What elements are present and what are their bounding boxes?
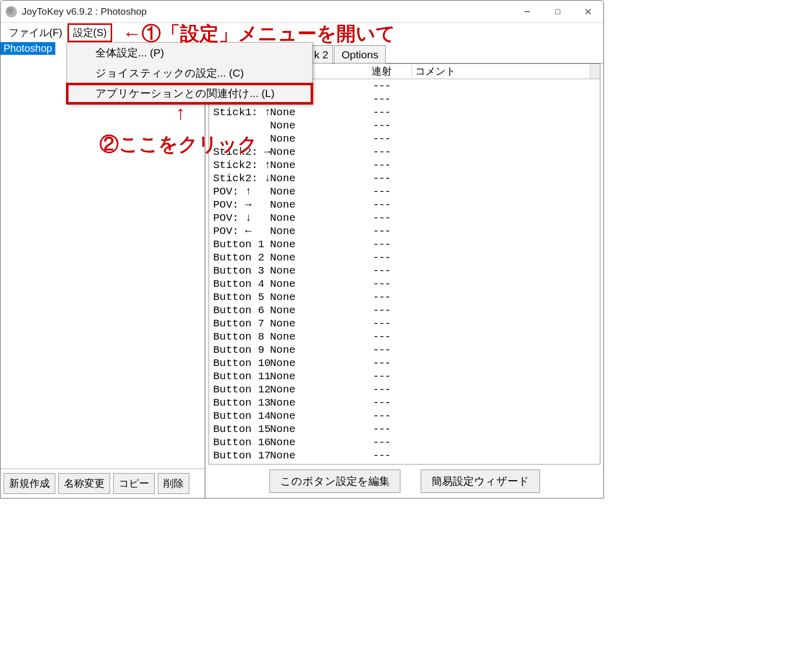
cell-rapidfire: --- bbox=[351, 173, 412, 184]
new-profile-button[interactable]: 新規作成 bbox=[4, 473, 55, 494]
table-row[interactable]: Button 1None--- bbox=[209, 238, 600, 251]
cell-rapidfire: --- bbox=[351, 331, 412, 343]
cell-button: POV: ↑ bbox=[209, 186, 270, 197]
table-row[interactable]: Button 17None--- bbox=[209, 449, 600, 462]
table-row[interactable]: Stick2: →None--- bbox=[209, 145, 600, 158]
cell-rapidfire: --- bbox=[351, 146, 412, 158]
cell-button: Stick2: ↑ bbox=[209, 159, 270, 171]
table-row[interactable]: Button 8None--- bbox=[209, 330, 600, 343]
table-row[interactable]: Button 3None--- bbox=[209, 264, 600, 277]
tab-joystick2-partial[interactable]: k 2 bbox=[312, 45, 333, 64]
table-row[interactable]: Button 7None--- bbox=[209, 317, 600, 330]
wizard-button[interactable]: 簡易設定ウィザード bbox=[421, 470, 540, 493]
rename-profile-button[interactable]: 名称変更 bbox=[58, 473, 110, 494]
cell-rapidfire: --- bbox=[351, 423, 412, 435]
cell-button: Button 6 bbox=[209, 305, 270, 316]
table-row[interactable]: Button 5None--- bbox=[209, 290, 600, 304]
maximize-button[interactable] bbox=[543, 1, 573, 23]
col-rapidfire[interactable]: 連射 bbox=[351, 64, 412, 78]
copy-profile-button[interactable]: コピー bbox=[113, 473, 155, 494]
dd-joystick-settings[interactable]: ジョイスティックの設定... (C) bbox=[67, 63, 312, 83]
cell-function: None bbox=[270, 371, 351, 382]
table-row[interactable]: POV: ←None--- bbox=[209, 224, 600, 238]
table-row[interactable]: Button 15None--- bbox=[209, 422, 600, 436]
cell-button: Stick2: ↓ bbox=[209, 173, 270, 184]
cell-button: POV: → bbox=[209, 199, 270, 211]
cell-function: None bbox=[270, 146, 351, 158]
cell-function: None bbox=[270, 397, 351, 409]
table-row[interactable]: POV: →None--- bbox=[209, 198, 600, 211]
settings-dropdown: 全体設定... (P) ジョイスティックの設定... (C) アプリケーションと… bbox=[66, 42, 313, 104]
cell-button: Button 7 bbox=[209, 318, 270, 329]
cell-rapidfire: --- bbox=[351, 120, 412, 131]
cell-function: None bbox=[270, 120, 351, 131]
menu-file[interactable]: ファイル(F) bbox=[4, 24, 67, 42]
table-row[interactable]: None--- bbox=[209, 132, 600, 145]
table-row[interactable]: Button 11None--- bbox=[209, 370, 600, 383]
cell-function: None bbox=[270, 159, 351, 171]
table-row[interactable]: Button 14None--- bbox=[209, 409, 600, 422]
cell-rapidfire: --- bbox=[351, 357, 412, 369]
cell-function: None bbox=[270, 318, 351, 329]
tab-options[interactable]: Options bbox=[334, 45, 386, 64]
menu-settings[interactable]: 設定(S) bbox=[67, 23, 113, 42]
cell-rapidfire: --- bbox=[351, 107, 412, 118]
table-row[interactable]: POV: ↑None--- bbox=[209, 185, 600, 198]
cell-function: None bbox=[270, 291, 351, 303]
cell-function: None bbox=[270, 384, 351, 395]
cell-rapidfire: --- bbox=[351, 80, 412, 92]
minimize-button[interactable] bbox=[512, 1, 543, 23]
mapping-panel: k 2 Options 連射 コメント ---Stick1: →None---S… bbox=[206, 42, 603, 498]
table-row[interactable]: Stick2: ↓None--- bbox=[209, 172, 600, 185]
cell-rapidfire: --- bbox=[351, 252, 412, 263]
table-row[interactable]: Button 10None--- bbox=[209, 356, 600, 370]
table-row[interactable]: Button 4None--- bbox=[209, 277, 600, 290]
table-row[interactable]: Stick1: ↑None--- bbox=[209, 106, 600, 119]
cell-button: Button 15 bbox=[209, 423, 270, 435]
profile-item-selected[interactable]: Photoshop bbox=[1, 42, 55, 55]
cell-rapidfire: --- bbox=[351, 344, 412, 356]
cell-button: POV: ↓ bbox=[209, 212, 270, 224]
table-row[interactable]: Button 9None--- bbox=[209, 343, 600, 356]
cell-button: Button 1 bbox=[209, 239, 270, 250]
app-icon bbox=[6, 6, 17, 17]
cell-button: POV: ← bbox=[209, 225, 270, 237]
table-row[interactable]: Button 6None--- bbox=[209, 304, 600, 317]
cell-function: None bbox=[270, 265, 351, 277]
table-row[interactable]: Button 16None--- bbox=[209, 436, 600, 449]
col-comment[interactable]: コメント bbox=[412, 64, 590, 78]
cell-rapidfire: --- bbox=[351, 384, 412, 395]
table-row[interactable]: None--- bbox=[209, 119, 600, 132]
annotation-1: ←①「設定」メニューを開いて bbox=[122, 21, 395, 47]
table-row[interactable]: Stick2: ↑None--- bbox=[209, 158, 600, 172]
cell-rapidfire: --- bbox=[351, 265, 412, 277]
profile-list[interactable]: Photoshop bbox=[1, 42, 205, 469]
profile-panel: Photoshop 新規作成 名称変更 コピー 削除 bbox=[1, 42, 206, 498]
delete-profile-button[interactable]: 削除 bbox=[158, 473, 189, 494]
table-row[interactable]: POV: ↓None--- bbox=[209, 211, 600, 224]
titlebar: JoyToKey v6.9.2 : Photoshop bbox=[1, 1, 603, 23]
svg-rect-1 bbox=[556, 9, 560, 14]
cell-function: None bbox=[270, 278, 351, 290]
edit-mapping-button[interactable]: このボタン設定を編集 bbox=[269, 470, 400, 493]
cell-button: Button 4 bbox=[209, 278, 270, 290]
grid-body[interactable]: ---Stick1: →None---Stick1: ↑None---None-… bbox=[209, 79, 600, 464]
cell-button: Button 10 bbox=[209, 357, 270, 369]
cell-button: Button 9 bbox=[209, 344, 270, 356]
table-row[interactable]: Button 13None--- bbox=[209, 396, 600, 409]
cell-function: None bbox=[270, 186, 351, 197]
cell-function: None bbox=[270, 252, 351, 263]
table-row[interactable]: Button 2None--- bbox=[209, 251, 600, 264]
close-button[interactable] bbox=[573, 1, 603, 23]
cell-function: None bbox=[270, 199, 351, 211]
scrollbar-header bbox=[590, 64, 600, 79]
cell-function: None bbox=[270, 173, 351, 184]
cell-button: Button 17 bbox=[209, 450, 270, 461]
dd-app-associate[interactable]: アプリケーションとの関連付け... (L) bbox=[67, 83, 312, 104]
window-title: JoyToKey v6.9.2 : Photoshop bbox=[22, 6, 512, 17]
cell-function: None bbox=[270, 133, 351, 145]
cell-function: None bbox=[270, 357, 351, 369]
cell-function: None bbox=[270, 437, 351, 448]
table-row[interactable]: Button 12None--- bbox=[209, 383, 600, 396]
cell-rapidfire: --- bbox=[351, 239, 412, 250]
